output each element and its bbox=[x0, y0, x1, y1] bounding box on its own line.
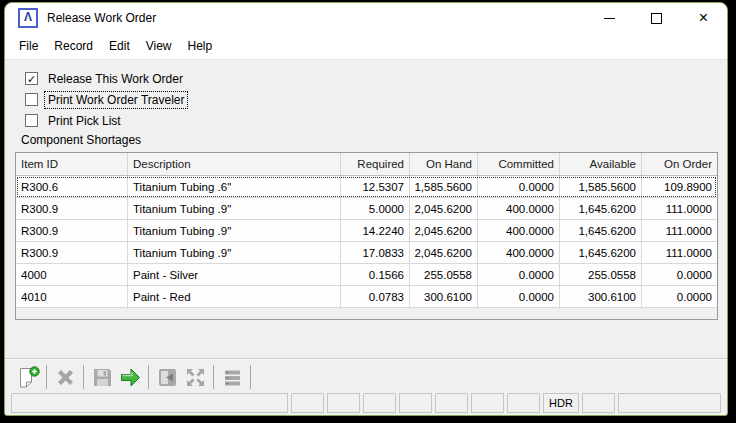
detail-icon bbox=[155, 365, 180, 390]
process-button[interactable] bbox=[116, 363, 144, 391]
checkbox-label[interactable]: Print Pick List bbox=[45, 113, 124, 129]
checkbox-1[interactable] bbox=[25, 93, 38, 106]
menu-item-file[interactable]: File bbox=[11, 36, 46, 56]
shrink-button[interactable] bbox=[181, 363, 209, 391]
table-cell: 300.6100 bbox=[410, 286, 478, 307]
table-cell: 1,585.5600 bbox=[410, 176, 478, 197]
title-bar[interactable]: Λ Release Work Order × bbox=[5, 3, 727, 33]
maximize-button[interactable] bbox=[633, 3, 680, 33]
table-cell: R300.6 bbox=[16, 176, 128, 197]
status-panel-9 bbox=[582, 393, 615, 413]
menu-item-view[interactable]: View bbox=[138, 36, 180, 56]
checkbox-row: Print Work Order Traveler bbox=[25, 89, 187, 110]
component-shortages-grid: Item IDDescriptionRequiredOn HandCommitt… bbox=[15, 152, 718, 320]
window-title: Release Work Order bbox=[47, 11, 156, 25]
table-cell: 1,645.6200 bbox=[560, 220, 642, 241]
delete-button[interactable] bbox=[51, 363, 79, 391]
toolbar-separator bbox=[213, 365, 214, 389]
table-cell: Titanium Tubing .9" bbox=[128, 220, 341, 241]
table-cell: 255.0558 bbox=[560, 264, 642, 285]
release-work-order-dialog: Λ Release Work Order × FileRecordEditVie… bbox=[4, 2, 728, 416]
checkbox-2[interactable] bbox=[25, 114, 38, 127]
save-button[interactable] bbox=[88, 363, 116, 391]
status-panel-6 bbox=[471, 393, 504, 413]
table-cell: 111.0000 bbox=[642, 220, 717, 241]
options-group: ✓ Release This Work Order Print Work Ord… bbox=[25, 68, 187, 131]
table-row[interactable]: 4010Paint - Red0.0783300.61000.0000300.6… bbox=[16, 286, 717, 308]
menu-item-edit[interactable]: Edit bbox=[101, 36, 138, 56]
table-row[interactable]: R300.6Titanium Tubing .6"12.53071,585.56… bbox=[16, 176, 717, 198]
minimize-icon bbox=[604, 18, 615, 19]
toolbar bbox=[14, 362, 255, 392]
table-cell: 4000 bbox=[16, 264, 128, 285]
status-hdr-panel: HDR bbox=[543, 393, 579, 413]
table-cell: 111.0000 bbox=[642, 242, 717, 263]
status-panel-0 bbox=[11, 393, 288, 413]
table-row[interactable]: 4000Paint - Silver0.1566255.05580.000025… bbox=[16, 264, 717, 286]
table-cell: Titanium Tubing .9" bbox=[128, 198, 341, 219]
table-cell: 14.2240 bbox=[341, 220, 410, 241]
shrink-icon bbox=[183, 365, 208, 390]
detail-button[interactable] bbox=[153, 363, 181, 391]
status-panel-10 bbox=[618, 393, 721, 413]
status-panel-7 bbox=[507, 393, 540, 413]
table-cell: 12.5307 bbox=[341, 176, 410, 197]
minimize-button[interactable] bbox=[586, 3, 633, 33]
table-cell: 400.0000 bbox=[478, 242, 560, 263]
table-cell: 0.0000 bbox=[478, 176, 560, 197]
table-cell: 0.0783 bbox=[341, 286, 410, 307]
table-row[interactable]: R300.9Titanium Tubing .9"5.00002,045.620… bbox=[16, 198, 717, 220]
table-cell: 17.0833 bbox=[341, 242, 410, 263]
app-logo-icon: Λ bbox=[18, 8, 38, 28]
table-cell: 0.0000 bbox=[642, 286, 717, 307]
menu-item-help[interactable]: Help bbox=[180, 36, 221, 56]
toolbar-separator bbox=[83, 365, 84, 389]
checkbox-label[interactable]: Release This Work Order bbox=[45, 71, 186, 87]
checkbox-label[interactable]: Print Work Order Traveler bbox=[45, 92, 187, 108]
table-cell: 2,045.6200 bbox=[410, 242, 478, 263]
component-shortages-label: Component Shortages bbox=[21, 133, 141, 147]
toolbar-divider-line bbox=[5, 358, 727, 360]
checkbox-0[interactable]: ✓ bbox=[25, 72, 38, 85]
table-cell: 2,045.6200 bbox=[410, 220, 478, 241]
table-cell: 1,585.5600 bbox=[560, 176, 642, 197]
table-cell: 0.0000 bbox=[642, 264, 717, 285]
column-header-item-id: Item ID bbox=[16, 153, 128, 175]
table-cell: 0.1566 bbox=[341, 264, 410, 285]
table-row[interactable]: R300.9Titanium Tubing .9"14.22402,045.62… bbox=[16, 220, 717, 242]
table-cell: 400.0000 bbox=[478, 220, 560, 241]
column-header-committed: Committed bbox=[478, 153, 560, 175]
status-panel-5 bbox=[435, 393, 468, 413]
table-cell: 1,645.6200 bbox=[560, 242, 642, 263]
new-record-icon bbox=[16, 365, 41, 390]
list-button[interactable] bbox=[218, 363, 246, 391]
process-icon bbox=[118, 365, 143, 390]
status-bar: HDR bbox=[5, 391, 727, 416]
delete-icon bbox=[53, 365, 78, 390]
new-record-button[interactable] bbox=[14, 363, 42, 391]
status-panel-1 bbox=[291, 393, 324, 413]
list-icon bbox=[220, 365, 245, 390]
table-cell: 5.0000 bbox=[341, 198, 410, 219]
table-cell: 0.0000 bbox=[478, 264, 560, 285]
table-cell: Paint - Red bbox=[128, 286, 341, 307]
toolbar-separator bbox=[46, 365, 47, 389]
table-cell: R300.9 bbox=[16, 198, 128, 219]
close-icon: × bbox=[699, 10, 708, 26]
table-cell: 0.0000 bbox=[478, 286, 560, 307]
table-row[interactable]: R300.9Titanium Tubing .9"17.08332,045.62… bbox=[16, 242, 717, 264]
column-header-description: Description bbox=[128, 153, 341, 175]
close-button[interactable]: × bbox=[680, 3, 727, 33]
grid-header-row: Item IDDescriptionRequiredOn HandCommitt… bbox=[16, 153, 717, 176]
table-cell: 109.8900 bbox=[642, 176, 717, 197]
menu-bar: FileRecordEditViewHelp bbox=[5, 33, 727, 60]
column-header-on-hand: On Hand bbox=[410, 153, 478, 175]
table-cell: Titanium Tubing .6" bbox=[128, 176, 341, 197]
table-cell: 255.0558 bbox=[410, 264, 478, 285]
table-cell: R300.9 bbox=[16, 220, 128, 241]
toolbar-separator bbox=[250, 365, 251, 389]
status-panel-2 bbox=[327, 393, 360, 413]
table-cell: 2,045.6200 bbox=[410, 198, 478, 219]
menu-item-record[interactable]: Record bbox=[46, 36, 101, 56]
checkbox-row: Print Pick List bbox=[25, 110, 187, 131]
